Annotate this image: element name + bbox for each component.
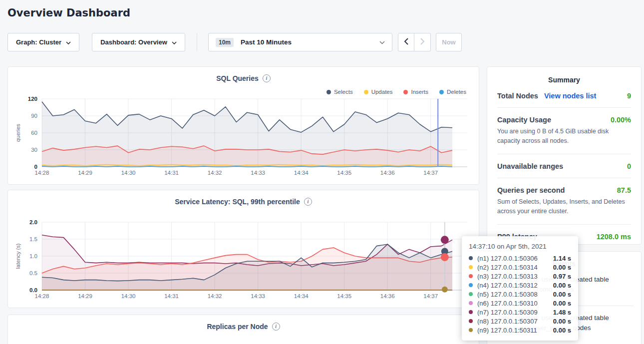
svg-text:90: 90 [31,113,37,119]
tooltip-row: (n9) 127.0.0.1:503110.00 s [469,326,571,335]
series-dot-icon [469,301,473,305]
graph-dropdown[interactable]: Graph: Cluster [7,33,79,51]
page-title: Overview Dashboard [7,7,130,19]
svg-text:14:28: 14:28 [35,293,49,299]
chevron-down-icon [379,38,385,46]
svg-text:2.0: 2.0 [29,219,37,225]
service-latency-panel: Service Latency: SQL, 99th percentile i … [7,190,479,308]
svg-text:0.0: 0.0 [29,287,37,293]
tooltip-node-label: (n6) 127.0.0.1:50310 [477,300,538,307]
info-icon[interactable]: i [272,323,280,331]
chevron-right-icon [420,37,425,47]
svg-text:14:37: 14:37 [423,293,438,299]
svg-text:60: 60 [31,130,37,136]
tooltip-row: (n5) 127.0.0.1:503080.00 s [469,290,571,299]
summary-panel: Summary Total Nodes View nodes list 9 Ca… [487,66,642,245]
tooltip-value: 0.00 s [553,264,571,271]
tooltip-row: (n2) 127.0.0.1:503140.00 s [469,263,571,272]
sql-queries-chart-plot[interactable]: 14:2814:2914:3014:3114:3214:3314:3414:35… [8,67,480,185]
summary-row-qps: Queries per second 87.5 [497,178,631,194]
svg-text:14:36: 14:36 [380,293,395,299]
tooltip-value: 0.00 s [553,300,571,307]
series-dot-icon [469,328,473,332]
controls-divider [197,33,197,51]
replicas-per-node-panel: Replicas per Node i [7,315,479,344]
svg-text:latency (s): latency (s) [15,244,21,269]
tooltip-value: 0.00 s [553,327,571,334]
summary-label: Total Nodes [497,92,538,100]
tooltip-node-label: (n2) 127.0.0.1:50314 [477,264,538,271]
svg-text:1.5: 1.5 [29,236,37,242]
latency-chart-tooltip: 14:37:10 on Apr 5th, 2021 (n1) 127.0.0.1… [462,236,578,341]
tooltip-value: 0.00 s [553,291,571,298]
tooltip-timestamp: 14:37:10 on Apr 5th, 2021 [469,243,571,250]
tooltip-row: (n6) 127.0.0.1:503100.00 s [469,299,571,308]
dashboard-dropdown[interactable]: Dashboard: Overview [92,33,185,51]
tooltip-row: (n7) 127.0.0.1:503091.48 s [469,308,571,317]
time-range-label: Past 10 Minutes [241,38,292,46]
series-dot-icon [469,265,473,269]
graph-dropdown-label: Graph: Cluster [16,38,61,46]
summary-value: 87.5 [617,186,631,194]
tooltip-node-label: (n1) 127.0.0.1:50306 [477,255,538,262]
service-latency-chart-plot[interactable]: 14:2814:2914:3014:3114:3214:3314:3414:35… [8,190,480,309]
svg-text:14:31: 14:31 [164,293,179,299]
chevron-down-icon [172,38,177,46]
svg-text:0.5: 0.5 [29,270,37,276]
series-dot-icon [469,319,473,323]
summary-row-unavailable: Unavailable ranges 0 [497,154,631,170]
series-dot-icon [469,292,473,296]
svg-text:14:37: 14:37 [423,170,438,176]
summary-value: 0.00% [611,116,631,124]
svg-text:14:35: 14:35 [337,170,351,176]
time-window-badge: 10m [216,38,234,47]
tooltip-node-label: (n4) 127.0.0.1:50312 [477,282,538,289]
series-dot-icon [469,256,473,260]
svg-text:14:32: 14:32 [208,293,222,299]
svg-text:14:33: 14:33 [251,170,265,176]
tooltip-row: (n4) 127.0.0.1:503120.00 s [469,281,571,290]
summary-label: Unavailable ranges [497,162,563,170]
tooltip-value: 0.00 s [553,318,571,325]
time-prev-button[interactable] [398,33,414,51]
summary-header: Summary [487,76,641,84]
summary-subtext: Sum of Selects, Updates, Inserts, and De… [497,194,633,217]
svg-text:14:36: 14:36 [380,170,395,176]
tooltip-value: 1.48 s [553,309,571,316]
time-now-button[interactable]: Now [436,33,462,51]
svg-text:0: 0 [34,164,37,170]
svg-text:30: 30 [31,147,37,153]
summary-row-total-nodes: Total Nodes View nodes list 9 [497,84,631,100]
chevron-down-icon [66,38,71,46]
tooltip-node-label: (n7) 127.0.0.1:50309 [477,309,538,316]
svg-text:14:29: 14:29 [78,170,92,176]
tooltip-node-label: (n9) 127.0.0.1:50311 [477,327,537,334]
summary-label: Queries per second [497,186,565,194]
svg-text:14:30: 14:30 [121,293,136,299]
series-dot-icon [469,274,473,278]
tooltip-value: 0.00 s [553,282,571,289]
dashboard-dropdown-label: Dashboard: Overview [100,38,167,46]
tooltip-row: (n3) 127.0.0.1:503130.97 s [469,272,571,281]
svg-text:14:34: 14:34 [294,293,309,299]
tooltip-row: (n8) 127.0.0.1:503070.00 s [469,317,571,326]
time-range-dropdown[interactable]: 10m Past 10 Minutes [208,33,392,51]
series-dot-icon [469,283,473,287]
tooltip-node-label: (n8) 127.0.0.1:50307 [477,318,538,325]
tooltip-value: 0.97 s [553,273,571,280]
tooltip-row: (n1) 127.0.0.1:503061.14 s [469,254,571,263]
chevron-left-icon [404,37,408,47]
svg-text:14:28: 14:28 [35,170,49,176]
time-next-button[interactable] [414,33,431,51]
sql-queries-panel: SQL Queries i SelectsUpdatesInsertsDelet… [7,66,479,185]
svg-text:14:33: 14:33 [251,293,265,299]
summary-row-capacity: Capacity Usage 0.00% [497,108,631,124]
view-nodes-list-link[interactable]: View nodes list [544,92,597,100]
tooltip-node-label: (n3) 127.0.0.1:50313 [477,273,538,280]
summary-value: 0 [627,162,631,170]
summary-subtext: You are using 0 B of 4.5 GiB usable disk… [497,124,633,146]
svg-text:14:34: 14:34 [294,170,309,176]
svg-text:queries: queries [15,123,21,142]
svg-text:14:29: 14:29 [78,293,92,299]
svg-text:14:35: 14:35 [337,293,351,299]
